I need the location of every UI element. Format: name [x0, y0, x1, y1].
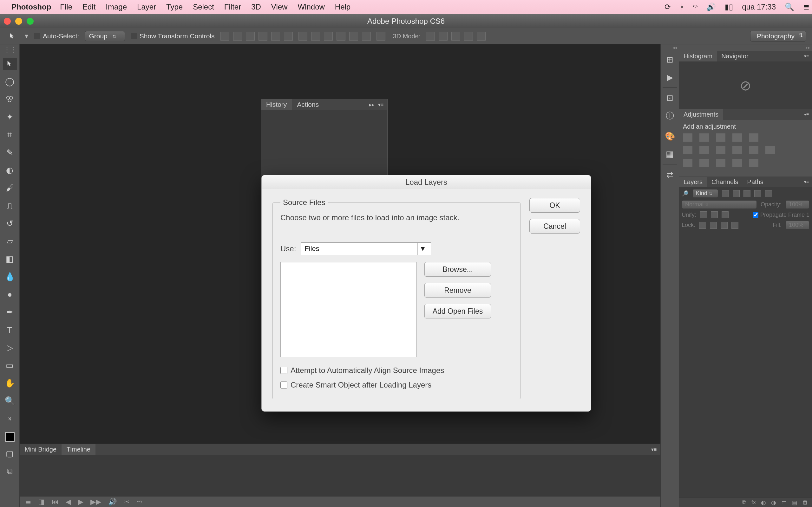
smart-object-checkbox-input[interactable] — [281, 382, 287, 389]
fill-input[interactable]: 100% — [785, 221, 809, 229]
timeline-prev-frame-icon[interactable]: ◀ — [66, 498, 71, 506]
layer-fx-icon[interactable]: fx — [751, 499, 756, 506]
adj-vibrance-icon[interactable] — [749, 133, 758, 142]
menu-image[interactable]: Image — [106, 3, 127, 11]
dock-styles-icon[interactable]: ▦ — [661, 145, 679, 163]
color-swap-icon[interactable]: ⤭ — [3, 412, 17, 425]
distribute-hcenter-icon[interactable] — [349, 32, 358, 41]
adj-exposure-icon[interactable] — [732, 133, 742, 142]
tab-actions[interactable]: Actions — [292, 99, 324, 110]
auto-align-icon[interactable] — [376, 32, 386, 41]
marquee-tool[interactable]: ◯ — [3, 75, 17, 88]
pen-tool[interactable]: ✒ — [3, 306, 17, 318]
unify-visibility-icon[interactable] — [711, 211, 718, 218]
dodge-tool[interactable]: ● — [3, 288, 17, 300]
ok-button[interactable]: OK — [529, 198, 580, 213]
type-tool[interactable]: T — [3, 324, 17, 336]
tool-preset-dropdown-icon[interactable]: ▾ — [25, 32, 28, 40]
3d-orbit-icon[interactable] — [426, 32, 435, 41]
adj-threshold-icon[interactable] — [716, 159, 725, 167]
timeline-onion-icon[interactable]: ◨ — [38, 498, 45, 506]
timeline-next-frame-icon[interactable]: ▶▶ — [90, 498, 101, 506]
filter-pixel-icon[interactable] — [722, 190, 729, 197]
healing-brush-tool[interactable]: ◐ — [3, 164, 17, 176]
auto-select-checkbox[interactable]: Auto-Select: — [34, 32, 79, 40]
tools-grip-icon[interactable] — [3, 48, 16, 52]
magic-wand-tool[interactable]: ✦ — [3, 111, 17, 123]
blend-mode-dropdown[interactable]: Normal ⇅ — [681, 200, 757, 209]
layer-filter-kind-dropdown[interactable]: Kind ⇅ — [693, 189, 718, 198]
timeline-content[interactable] — [20, 455, 660, 496]
show-transform-checkbox[interactable]: Show Transform Controls — [131, 32, 215, 40]
volume-icon[interactable]: 🔊 — [706, 3, 716, 11]
adj-color-balance-icon[interactable] — [699, 146, 709, 154]
filter-type-icon[interactable] — [744, 190, 751, 197]
filter-shape-icon[interactable] — [754, 190, 761, 197]
tab-adjustments[interactable]: Adjustments — [679, 109, 723, 120]
menu-view[interactable]: View — [271, 3, 288, 11]
bluetooth-icon[interactable]: ᚼ — [680, 3, 684, 11]
auto-select-mode-dropdown[interactable]: Group ⇅ — [85, 31, 125, 41]
timeline-cut-icon[interactable]: ✂ — [124, 498, 130, 506]
notification-center-icon[interactable]: ≣ — [803, 3, 809, 11]
dock-swatches-icon[interactable]: 🎨 — [661, 127, 679, 145]
panel-menu-icon[interactable]: ▾≡ — [378, 102, 384, 108]
tab-channels[interactable]: Channels — [707, 177, 743, 187]
app-menu[interactable]: Photoshop — [11, 3, 51, 11]
menu-file[interactable]: File — [60, 3, 72, 11]
crop-tool[interactable]: ⌗ — [3, 129, 17, 141]
menu-3d[interactable]: 3D — [251, 3, 261, 11]
eyedropper-tool[interactable]: ✎ — [3, 147, 17, 158]
dock-properties-icon[interactable]: ⇄ — [661, 166, 679, 183]
3d-roll-icon[interactable] — [439, 32, 448, 41]
unify-style-icon[interactable] — [722, 211, 728, 218]
distribute-left-icon[interactable] — [337, 32, 345, 41]
opacity-input[interactable]: 100% — [785, 200, 809, 209]
layers-menu-icon[interactable]: ▾≡ — [801, 179, 812, 184]
file-list[interactable] — [281, 262, 417, 357]
tab-navigator[interactable]: Navigator — [717, 51, 753, 61]
dock-play-icon[interactable]: ▶ — [661, 68, 679, 86]
screen-mode-toggle[interactable]: ⧉ — [3, 465, 17, 477]
gradient-tool[interactable]: ◧ — [3, 253, 17, 265]
tab-mini-bridge[interactable]: Mini Bridge — [20, 444, 61, 455]
align-right-icon[interactable] — [284, 32, 293, 41]
delete-layer-icon[interactable]: 🗑 — [803, 499, 808, 506]
new-adjustment-icon[interactable]: ◑ — [771, 499, 776, 506]
unify-position-icon[interactable] — [700, 211, 707, 218]
lock-all-icon[interactable] — [731, 222, 739, 229]
adj-bw-icon[interactable] — [716, 146, 725, 154]
align-hcenter-icon[interactable] — [271, 32, 280, 41]
menu-edit[interactable]: Edit — [83, 3, 96, 11]
right-collapse-icon[interactable]: ▸▸ — [806, 45, 810, 50]
lock-position-icon[interactable] — [710, 222, 717, 229]
auto-align-checkbox[interactable]: Attempt to Automatically Align Source Im… — [281, 366, 513, 375]
eraser-tool[interactable]: ▱ — [3, 235, 17, 247]
path-select-tool[interactable]: ▷ — [3, 342, 17, 354]
link-layers-icon[interactable]: ⧉ — [742, 499, 746, 506]
dock-info-icon[interactable]: ⓘ — [661, 107, 679, 124]
menu-window[interactable]: Window — [298, 3, 324, 11]
wifi-icon[interactable]: ⌔ — [693, 3, 698, 11]
adj-hue-icon[interactable] — [683, 146, 693, 154]
3d-zoom-icon[interactable] — [477, 32, 486, 41]
adj-gradient-map-icon[interactable] — [732, 159, 742, 167]
tab-histogram[interactable]: Histogram — [679, 51, 717, 61]
align-bottom-icon[interactable] — [246, 32, 255, 41]
timeline-audio-icon[interactable]: 🔊 — [108, 498, 117, 506]
distribute-vcenter-icon[interactable] — [311, 32, 320, 41]
adj-posterize-icon[interactable] — [699, 159, 709, 167]
timeline-transition-icon[interactable]: ⤳ — [136, 498, 142, 506]
tab-timeline[interactable]: Timeline — [61, 444, 96, 455]
lock-transparency-icon[interactable] — [721, 222, 728, 229]
clone-stamp-tool[interactable]: ⎍ — [3, 200, 17, 212]
smart-object-checkbox[interactable]: Create Smart Object after Loading Layers — [281, 381, 513, 389]
spotlight-icon[interactable]: 🔍 — [785, 3, 794, 11]
workspace-switcher[interactable]: Photography — [750, 31, 806, 42]
adj-photo-filter-icon[interactable] — [732, 146, 742, 154]
auto-align-checkbox-input[interactable] — [281, 367, 287, 374]
adj-brightness-icon[interactable] — [683, 133, 693, 142]
align-top-icon[interactable] — [220, 32, 229, 41]
timeline-first-frame-icon[interactable]: ⏮ — [52, 498, 59, 506]
align-vcenter-icon[interactable] — [233, 32, 242, 41]
